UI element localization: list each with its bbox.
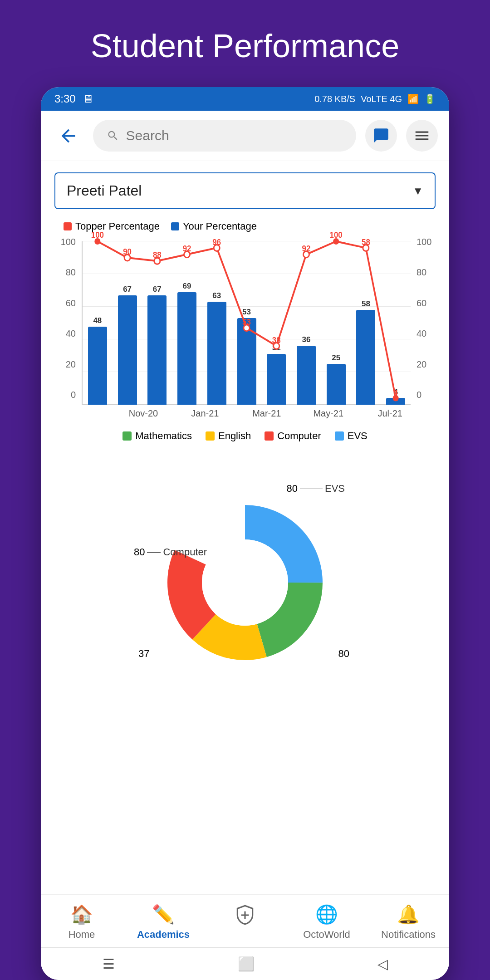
search-input[interactable] [126, 128, 343, 143]
english-donut-label: 37 [138, 648, 156, 660]
bar-group-4: 69 [172, 241, 202, 405]
y-label-0: 0 [54, 390, 76, 400]
notifications-label: Notifications [381, 929, 436, 941]
student-name: Preeti Patel [67, 182, 142, 199]
y-right-0: 0 [416, 390, 436, 400]
x-label-nov: Nov-20 [123, 408, 164, 419]
top-bar [41, 111, 449, 161]
math-legend: Mathematics [122, 430, 192, 442]
academics-icon: ✏️ [152, 904, 175, 925]
y-label-60: 60 [54, 298, 76, 309]
shield-plus-icon [234, 904, 256, 926]
svg-point-26 [202, 539, 288, 626]
english-legend: English [206, 430, 251, 442]
android-nav: ☰ ⬜ ◁ [41, 947, 449, 980]
search-bar[interactable] [93, 120, 356, 152]
bar-group-11: 4 [381, 241, 411, 405]
signal-icon: 📶 [407, 93, 419, 104]
network-speed: 0.78 KB/S [314, 94, 355, 104]
bar-group-10: 58 [351, 241, 381, 405]
evs-donut-label: 80 EVS [286, 483, 345, 495]
topper-legend-label: Topper Percentage [75, 220, 160, 232]
math-donut-label: 80 [332, 648, 349, 660]
computer-legend: Computer [265, 430, 321, 442]
x-label-mar: Mar-21 [246, 408, 288, 419]
math-segment-label: Mathematics [271, 659, 331, 671]
y-right-60: 60 [416, 298, 436, 309]
status-bar: 3:30 🖥 0.78 KB/S VoLTE 4G 📶 🔋 [41, 87, 449, 111]
monitor-icon: 🖥 [83, 93, 93, 105]
math-label: Mathematics [135, 430, 192, 442]
nav-academics[interactable]: ✏️ Academics [136, 904, 191, 941]
student-dropdown[interactable]: Preeti Patel ▼ [54, 172, 436, 209]
battery-icon: 🔋 [424, 93, 436, 104]
y-right-20: 20 [416, 359, 436, 370]
content-area: Preeti Patel ▼ Topper Percentage Your Pe… [41, 161, 449, 894]
y-right-100: 100 [416, 237, 436, 247]
android-back-button[interactable]: ◁ [377, 956, 388, 972]
bar-group-5: 63 [202, 241, 232, 405]
phone-frame: 3:30 🖥 0.78 KB/S VoLTE 4G 📶 🔋 [41, 87, 449, 980]
page-title: Student Performance [0, 0, 490, 87]
bar-group-9: 25 [321, 241, 351, 405]
y-label-40: 40 [54, 328, 76, 339]
android-home-button[interactable]: ⬜ [238, 956, 255, 972]
nav-home[interactable]: 🏠 Home [54, 904, 109, 941]
y-label-20: 20 [54, 359, 76, 370]
chart-legend: Topper Percentage Your Percentage [54, 220, 436, 232]
bar-group-6: 53 [232, 241, 262, 405]
x-label-may: May-21 [308, 408, 349, 419]
english-segment-label: English [163, 659, 199, 671]
dropdown-arrow-icon: ▼ [412, 185, 423, 197]
bar-group-2: 67 [113, 241, 142, 405]
nav-notifications[interactable]: 🔔 Notifications [381, 904, 436, 941]
x-label-jan: Jan-21 [185, 408, 226, 419]
y-label-100: 100 [54, 237, 76, 247]
evs-label: EVS [348, 430, 368, 442]
y-label-80: 80 [54, 267, 76, 278]
bottom-nav: 🏠 Home ✏️ Academics 🌐 OctoWorld 🔔 Notifi… [41, 894, 449, 947]
bar-group-3: 67 [142, 241, 172, 405]
android-menu-button[interactable]: ☰ [103, 956, 115, 972]
volte-icon: VoLTE 4G [361, 94, 402, 104]
bar-group-8: 36 [291, 241, 321, 405]
nav-octoworld[interactable]: 🌐 OctoWorld [299, 904, 354, 941]
home-icon: 🏠 [70, 904, 93, 925]
y-right-40: 40 [416, 328, 436, 339]
bar-group-7: 31 [261, 241, 291, 405]
computer-label: Computer [277, 430, 321, 442]
computer-donut-label: 80 Computer [134, 546, 207, 558]
y-right-80: 80 [416, 267, 436, 278]
english-label: English [218, 430, 251, 442]
bar-chart-wrapper: 0 20 40 60 80 100 [54, 237, 436, 423]
globe-icon: 🌐 [315, 904, 338, 925]
bar-group-1: 48 [83, 241, 113, 405]
search-icon [107, 129, 119, 142]
menu-button[interactable] [406, 120, 438, 152]
nav-octo[interactable] [218, 904, 272, 941]
bell-icon: 🔔 [397, 904, 420, 925]
x-label-jul: Jul-21 [369, 408, 411, 419]
status-time: 3:30 [54, 93, 76, 105]
chat-button[interactable] [365, 120, 397, 152]
home-label: Home [69, 929, 95, 941]
octoworld-label: OctoWorld [303, 929, 350, 941]
back-button[interactable] [52, 120, 84, 152]
donut-chart [159, 496, 331, 669]
academics-label: Academics [137, 929, 190, 941]
subject-legend: Mathematics English Computer EVS [54, 430, 436, 442]
donut-section: 80 EVS 80 Computer 37 English [54, 456, 436, 710]
yours-legend-label: Your Percentage [183, 220, 257, 232]
evs-legend: EVS [335, 430, 368, 442]
